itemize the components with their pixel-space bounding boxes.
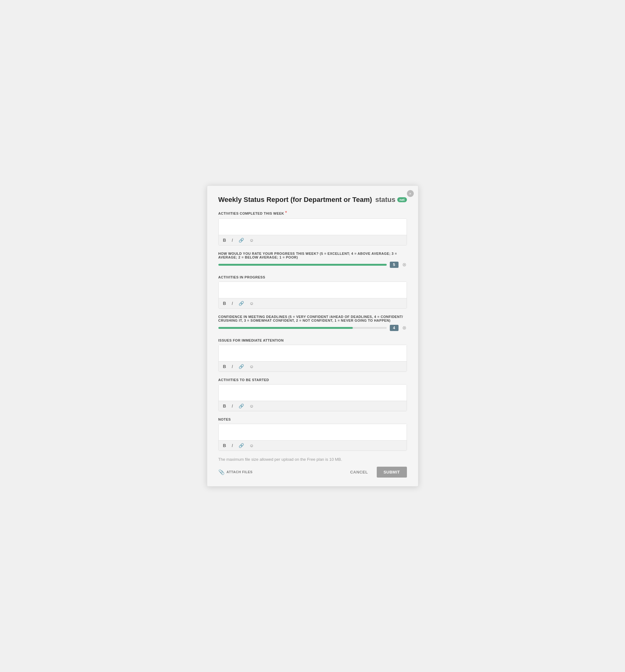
activities-to-start-section: ACTIVITIES TO BE STARTED B I 🔗 ☺ xyxy=(218,378,407,411)
notes-editor: B I 🔗 ☺ xyxy=(218,424,407,451)
emoji-icon-5: ☺ xyxy=(249,443,254,448)
submit-button[interactable]: SUBMIT xyxy=(377,467,407,478)
notes-input[interactable] xyxy=(219,424,407,440)
required-indicator: * xyxy=(285,210,287,216)
confidence-rating-section: CONFIDENCE IN MEETING DEADLINES (5 = VER… xyxy=(218,315,407,331)
italic-button-5[interactable]: I xyxy=(231,442,234,449)
activities-completed-input[interactable] xyxy=(219,219,407,235)
activities-in-progress-section: ACTIVITIES IN PROGRESS B I 🔗 ☺ xyxy=(218,275,407,309)
emoji-button-1[interactable]: ☺ xyxy=(248,237,255,243)
notes-toolbar: B I 🔗 ☺ xyxy=(219,440,407,451)
issues-toolbar: B I 🔗 ☺ xyxy=(219,361,407,371)
progress-rating-clear[interactable]: ⊗ xyxy=(402,262,407,268)
link-icon-4: 🔗 xyxy=(239,404,244,408)
confidence-rating-track xyxy=(218,327,387,329)
issues-input[interactable] xyxy=(219,345,407,361)
bold-icon-2: B xyxy=(223,301,226,306)
confidence-rating-fill xyxy=(218,327,353,329)
italic-button-3[interactable]: I xyxy=(231,363,234,369)
attach-files-button[interactable]: 📎 ATTACH FILES xyxy=(218,469,253,475)
italic-button-4[interactable]: I xyxy=(231,403,234,409)
bold-icon-4: B xyxy=(223,404,226,408)
footer-actions: CANCEL SUBMIT xyxy=(346,467,407,478)
link-icon-3: 🔗 xyxy=(239,364,244,369)
file-note: The maximum file size allowed per upload… xyxy=(218,457,407,462)
brand-name: status xyxy=(375,196,395,204)
confidence-rating-label: CONFIDENCE IN MEETING DEADLINES (5 = VER… xyxy=(218,315,407,322)
activities-to-start-editor: B I 🔗 ☺ xyxy=(218,384,407,411)
activities-in-progress-input[interactable] xyxy=(219,282,407,298)
bold-icon-3: B xyxy=(223,364,226,369)
activities-completed-label: ACTIVITIES COMPLETED THIS WEEK xyxy=(218,212,284,215)
bold-button-5[interactable]: B xyxy=(222,442,227,449)
emoji-button-2[interactable]: ☺ xyxy=(248,300,255,307)
activities-completed-toolbar: B I 🔗 ☺ xyxy=(219,235,407,245)
attach-files-label: ATTACH FILES xyxy=(226,470,253,474)
modal-container: × Weekly Status Report (for Department o… xyxy=(207,186,418,486)
modal-header: Weekly Status Report (for Department or … xyxy=(218,196,407,204)
progress-rating-section: HOW WOULD YOU RATE YOUR PROGRESS THIS WE… xyxy=(218,252,407,268)
modal-title: Weekly Status Report (for Department or … xyxy=(218,196,372,204)
emoji-icon-1: ☺ xyxy=(249,238,254,243)
confidence-rating-value: 4 xyxy=(390,325,399,331)
emoji-icon-4: ☺ xyxy=(249,404,254,408)
cancel-button[interactable]: CANCEL xyxy=(346,467,372,477)
emoji-button-3[interactable]: ☺ xyxy=(248,363,255,369)
emoji-button-4[interactable]: ☺ xyxy=(248,403,255,409)
bold-button-2[interactable]: B xyxy=(222,300,227,307)
activities-completed-section: ACTIVITIES COMPLETED THIS WEEK* B I 🔗 ☺ xyxy=(218,210,407,245)
bold-button-3[interactable]: B xyxy=(222,363,227,369)
notes-section: NOTES B I 🔗 ☺ xyxy=(218,417,407,451)
issues-section: ISSUES FOR IMMEDIATE ATTENTION B I 🔗 ☺ xyxy=(218,338,407,372)
link-icon-5: 🔗 xyxy=(239,443,244,448)
activities-completed-editor: B I 🔗 ☺ xyxy=(218,218,407,245)
activities-to-start-toolbar: B I 🔗 ☺ xyxy=(219,401,407,411)
activities-to-start-label: ACTIVITIES TO BE STARTED xyxy=(218,378,407,382)
notes-label: NOTES xyxy=(218,417,407,421)
link-button-4[interactable]: 🔗 xyxy=(237,403,245,409)
bold-button-4[interactable]: B xyxy=(222,403,227,409)
bold-icon-1: B xyxy=(223,238,226,243)
activities-in-progress-toolbar: B I 🔗 ☺ xyxy=(219,298,407,308)
brand-logo: status net xyxy=(375,196,407,204)
confidence-rating-slider-row: 4 ⊗ xyxy=(218,325,407,331)
confidence-rating-clear[interactable]: ⊗ xyxy=(402,325,407,331)
link-icon-1: 🔗 xyxy=(239,238,244,243)
link-button-5[interactable]: 🔗 xyxy=(237,442,245,449)
link-button-3[interactable]: 🔗 xyxy=(237,363,245,369)
progress-rating-value: 5 xyxy=(390,262,399,268)
link-icon-2: 🔗 xyxy=(239,301,244,306)
activities-in-progress-label: ACTIVITIES IN PROGRESS xyxy=(218,275,407,279)
bold-button-1[interactable]: B xyxy=(222,237,227,243)
issues-label: ISSUES FOR IMMEDIATE ATTENTION xyxy=(218,338,407,342)
link-button-1[interactable]: 🔗 xyxy=(237,237,245,243)
emoji-icon-3: ☺ xyxy=(249,364,254,369)
progress-rating-slider-row: 5 ⊗ xyxy=(218,262,407,268)
bold-icon-5: B xyxy=(223,443,226,448)
link-button-2[interactable]: 🔗 xyxy=(237,300,245,307)
activities-in-progress-editor: B I 🔗 ☺ xyxy=(218,282,407,309)
italic-icon-4: I xyxy=(232,404,233,408)
italic-icon-2: I xyxy=(232,301,233,306)
emoji-button-5[interactable]: ☺ xyxy=(248,442,255,449)
close-button[interactable]: × xyxy=(407,190,414,197)
italic-button-2[interactable]: I xyxy=(231,300,234,307)
progress-rating-track xyxy=(218,264,387,266)
progress-rating-label: HOW WOULD YOU RATE YOUR PROGRESS THIS WE… xyxy=(218,252,407,259)
italic-icon-5: I xyxy=(232,443,233,448)
paperclip-icon: 📎 xyxy=(218,469,225,475)
brand-badge: net xyxy=(397,197,407,202)
progress-rating-fill xyxy=(218,264,387,266)
emoji-icon-2: ☺ xyxy=(249,301,254,306)
italic-button-1[interactable]: I xyxy=(231,237,234,243)
italic-icon-3: I xyxy=(232,364,233,369)
activities-to-start-input[interactable] xyxy=(219,385,407,401)
italic-icon-1: I xyxy=(232,238,233,243)
issues-editor: B I 🔗 ☺ xyxy=(218,345,407,372)
modal-footer: 📎 ATTACH FILES CANCEL SUBMIT xyxy=(218,467,407,478)
